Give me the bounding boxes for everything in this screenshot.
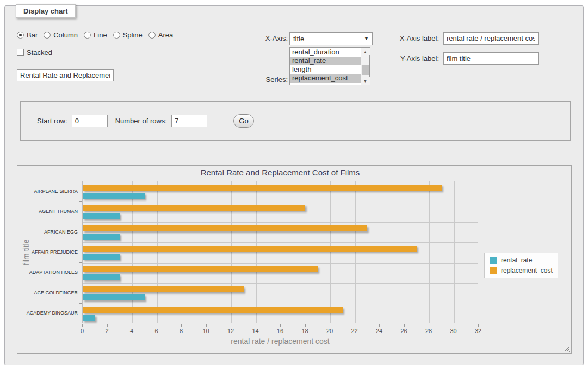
scrollbar-thumb[interactable] — [362, 65, 369, 75]
x-tick-label: 24 — [368, 328, 390, 334]
x-tick-mark — [206, 324, 207, 327]
x-tick-mark — [82, 324, 83, 327]
gridline-vertical — [157, 181, 158, 323]
x-tick-label: 2 — [96, 328, 118, 334]
x-tick-label: 28 — [418, 328, 440, 334]
chart-type-radio-area[interactable]: Area — [148, 31, 173, 39]
go-button[interactable]: Go — [233, 114, 254, 128]
start-row-input[interactable] — [72, 115, 108, 127]
fieldset-legend: Display chart — [16, 4, 76, 18]
scroll-down-icon[interactable]: ▼ — [361, 77, 370, 85]
x-tick-mark — [454, 324, 454, 327]
radio-icon[interactable] — [44, 32, 51, 39]
x-tick-mark — [132, 324, 132, 327]
x-tick-mark — [305, 324, 306, 327]
x-tick-mark — [181, 324, 182, 327]
x-tick-mark — [379, 324, 380, 327]
x-tick-mark — [231, 324, 231, 327]
resize-handle-icon[interactable] — [564, 346, 570, 352]
gridline-vertical — [405, 181, 405, 323]
y-tick-mark — [79, 262, 82, 263]
series-option-rental_rate[interactable]: rental_rate — [290, 57, 361, 65]
series-option-replacement_cost[interactable]: replacement_cost — [290, 74, 361, 83]
series-option-rental_duration[interactable]: rental_duration — [290, 48, 361, 57]
chart-type-radio-bar[interactable]: Bar — [17, 31, 38, 39]
x-tick-label: 26 — [393, 328, 415, 334]
bar-rental_rate — [83, 254, 120, 260]
legend-swatch — [490, 257, 497, 264]
legend-row: rental_rate — [490, 256, 553, 264]
bar-rental_rate — [83, 315, 95, 321]
rows-panel: Start row: Number of rows: Go — [20, 101, 571, 141]
gridline-vertical — [207, 181, 207, 323]
x-tick-mark — [330, 324, 330, 327]
y-tick-mark — [79, 323, 82, 323]
x-tick-mark — [355, 324, 355, 327]
bar-replacement_cost — [83, 307, 343, 313]
bar-rental_rate — [83, 213, 120, 219]
stacked-checkbox-item[interactable]: Stacked — [17, 48, 52, 57]
x-tick-label: 6 — [146, 328, 168, 334]
legend-label: replacement_cost — [501, 267, 553, 274]
radio-label: Column — [53, 31, 78, 39]
x-tick-label: 22 — [344, 328, 366, 334]
x-axis-title: rental rate / replacement cost — [82, 337, 478, 346]
series-scrollbar[interactable]: ▲ ▼ — [361, 48, 369, 85]
chart-type-radio-spline[interactable]: Spline — [113, 31, 143, 39]
y-axis-label-input[interactable] — [443, 52, 539, 65]
radio-icon[interactable] — [113, 32, 120, 39]
bar-replacement_cost — [83, 246, 417, 252]
radio-icon[interactable] — [84, 32, 91, 39]
bar-rental_rate — [83, 193, 145, 199]
gridline-horizontal — [83, 304, 478, 304]
bar-replacement_cost — [83, 266, 318, 272]
category-label: AIRPLANE SIERRA — [17, 181, 78, 201]
series-option-length[interactable]: length — [290, 65, 361, 74]
dropdown-arrow-icon: ▼ — [364, 36, 369, 41]
x-axis-select[interactable]: title ▼ — [289, 32, 373, 45]
x-tick-label: 32 — [467, 328, 489, 334]
y-tick-mark — [79, 303, 82, 304]
scroll-up-icon[interactable]: ▲ — [361, 48, 370, 55]
stacked-checkbox[interactable] — [17, 49, 24, 56]
chart-title-input[interactable] — [17, 69, 114, 81]
radio-icon[interactable] — [148, 32, 156, 39]
x-tick-mark — [478, 324, 479, 327]
gridline-horizontal — [83, 242, 478, 243]
y-tick-mark — [79, 283, 82, 283]
start-row-label: Start row: — [37, 117, 67, 125]
series-listbox[interactable]: rental_durationrental_ratelengthreplacem… — [289, 47, 370, 85]
gridline-horizontal — [83, 222, 478, 223]
gridline-horizontal — [83, 283, 478, 284]
num-rows-label: Number of rows: — [115, 117, 167, 125]
y-axis-label-label: Y-Axis label: — [395, 54, 439, 62]
x-tick-mark — [404, 324, 405, 327]
y-tick-mark — [79, 222, 82, 222]
x-axis-label-input[interactable] — [443, 32, 539, 45]
display-chart-fieldset: Display chart BarColumnLineSplineArea St… — [4, 5, 584, 365]
scrollbar-track[interactable] — [361, 55, 370, 77]
category-label: ACADEMY DINOSAUR — [17, 303, 78, 323]
chart-type-radio-column[interactable]: Column — [44, 31, 78, 39]
bar-rental_rate — [83, 274, 120, 280]
bar-replacement_cost — [83, 185, 442, 191]
x-tick-mark — [256, 324, 256, 327]
chart-type-radio-line[interactable]: Line — [84, 31, 107, 39]
x-tick-label: 18 — [294, 328, 316, 334]
x-tick-label: 20 — [319, 328, 341, 334]
plot-area — [82, 181, 478, 323]
chart-legend: rental_ratereplacement_cost — [484, 253, 558, 278]
x-tick-mark — [280, 324, 281, 327]
legend-swatch — [490, 267, 497, 274]
y-tick-mark — [79, 201, 82, 202]
radio-icon[interactable] — [17, 32, 24, 39]
x-tick-label: 0 — [71, 328, 93, 334]
gridline-vertical — [182, 181, 182, 323]
x-tick-mark — [107, 324, 108, 327]
x-tick-label: 12 — [220, 328, 242, 334]
gridline-vertical — [380, 181, 380, 323]
gridline-horizontal — [83, 202, 478, 202]
category-label: AGENT TRUMAN — [17, 201, 78, 221]
x-tick-label: 4 — [121, 328, 143, 334]
num-rows-input[interactable] — [171, 115, 207, 127]
